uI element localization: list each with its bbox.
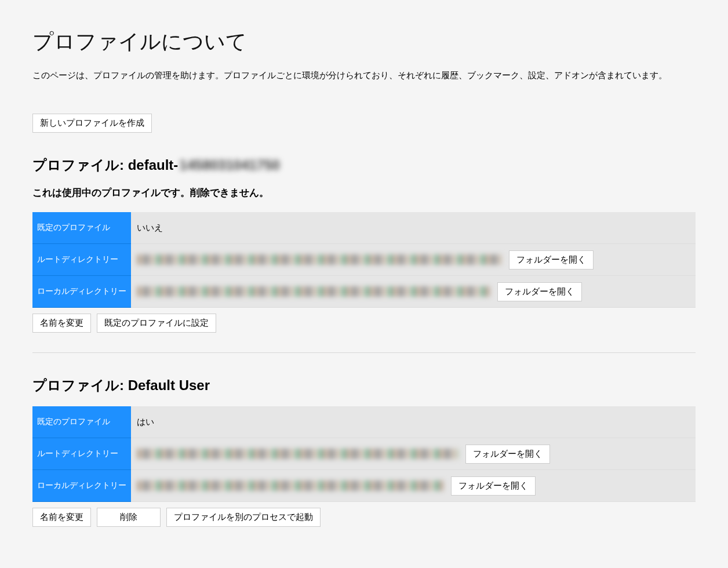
default-profile-value: はい	[131, 406, 696, 438]
page-title: プロファイルについて	[32, 28, 696, 56]
default-profile-value: いいえ	[131, 212, 696, 244]
create-profile-button[interactable]: 新しいプロファイルを作成	[32, 114, 152, 133]
root-directory-label: ルートディレクトリー	[32, 438, 131, 470]
default-profile-label: 既定のプロファイル	[32, 212, 131, 244]
profile-name-heading: プロファイル: default-1458031041750	[32, 156, 696, 174]
local-directory-value: フォルダーを開く	[131, 470, 696, 502]
root-directory-value: フォルダーを開く	[131, 244, 696, 276]
root-directory-label: ルートディレクトリー	[32, 244, 131, 276]
open-local-folder-button[interactable]: フォルダーを開く	[497, 282, 582, 301]
set-default-button[interactable]: 既定のプロファイルに設定	[97, 314, 216, 333]
profile-name-value: default-	[128, 157, 179, 173]
local-directory-path	[137, 480, 444, 491]
table-row: ルートディレクトリーフォルダーを開く	[32, 244, 696, 276]
table-row: ローカルディレクトリーフォルダーを開く	[32, 276, 696, 308]
root-directory-path	[137, 449, 458, 459]
profile-prefix-label: プロファイル:	[32, 157, 128, 173]
rename-button[interactable]: 名前を変更	[32, 314, 91, 333]
local-directory-label: ローカルディレクトリー	[32, 276, 131, 308]
table-row: 既定のプロファイルはい	[32, 406, 696, 438]
profile-action-row: 名前を変更削除プロファイルを別のプロセスで起動	[32, 508, 696, 527]
profile-action-row: 名前を変更既定のプロファイルに設定	[32, 314, 696, 333]
separator	[32, 352, 696, 353]
root-directory-value: フォルダーを開く	[131, 438, 696, 470]
profile-name-obscured: 1458031041750	[179, 157, 280, 173]
delete-button[interactable]: 削除	[97, 508, 161, 527]
launch-separate-process-button[interactable]: プロファイルを別のプロセスで起動	[166, 508, 321, 527]
open-root-folder-button[interactable]: フォルダーを開く	[509, 250, 594, 270]
local-directory-path	[137, 286, 490, 297]
page-description: このページは、プロファイルの管理を助けます。プロファイルごとに環境が分けられてお…	[32, 70, 696, 81]
profile-prefix-label: プロファイル:	[32, 377, 128, 393]
profile-name-value: Default User	[128, 377, 210, 393]
profile-section: プロファイル: default-1458031041750これは使用中のプロファ…	[32, 156, 696, 333]
root-directory-path	[137, 254, 502, 265]
default-profile-label: 既定のプロファイル	[32, 406, 131, 438]
open-local-folder-button[interactable]: フォルダーを開く	[451, 476, 536, 496]
local-directory-label: ローカルディレクトリー	[32, 470, 131, 502]
profile-properties-table: 既定のプロファイルいいえルートディレクトリーフォルダーを開くローカルディレクトリ…	[32, 212, 696, 308]
open-root-folder-button[interactable]: フォルダーを開く	[465, 445, 550, 464]
rename-button[interactable]: 名前を変更	[32, 508, 91, 527]
table-row: ルートディレクトリーフォルダーを開く	[32, 438, 696, 470]
profile-name-heading: プロファイル: Default User	[32, 376, 696, 395]
local-directory-value: フォルダーを開く	[131, 276, 696, 308]
table-row: 既定のプロファイルいいえ	[32, 212, 696, 244]
profile-section: プロファイル: Default User既定のプロファイルはいルートディレクトリ…	[32, 376, 696, 527]
profile-properties-table: 既定のプロファイルはいルートディレクトリーフォルダーを開くローカルディレクトリー…	[32, 406, 696, 502]
profile-in-use-note: これは使用中のプロファイルです。削除できません。	[32, 186, 696, 199]
table-row: ローカルディレクトリーフォルダーを開く	[32, 470, 696, 502]
